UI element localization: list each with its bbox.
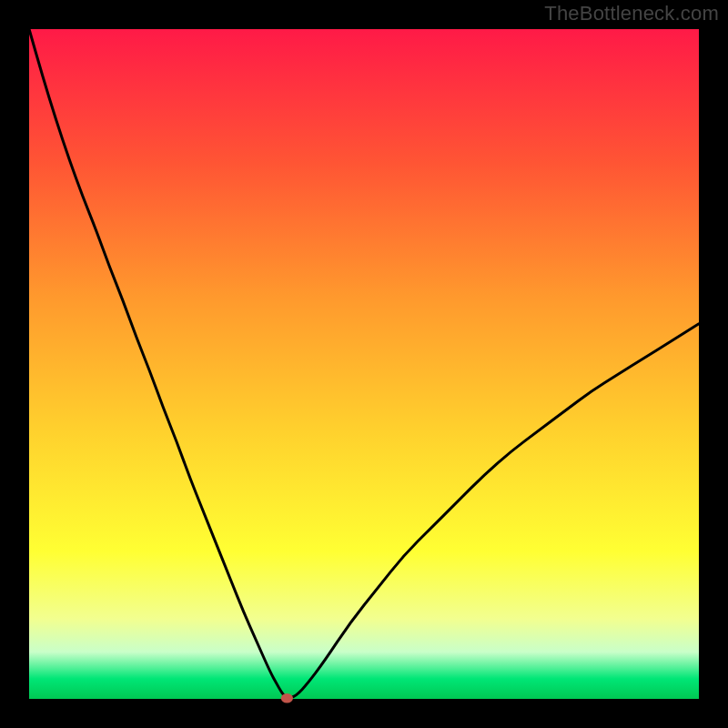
chart-svg (0, 0, 728, 728)
chart-root: TheBottleneck.com (0, 0, 728, 728)
watermark-text: TheBottleneck.com (544, 2, 719, 25)
minimum-marker (281, 693, 293, 703)
chart-canvas (0, 0, 728, 728)
gradient-background (29, 29, 699, 699)
